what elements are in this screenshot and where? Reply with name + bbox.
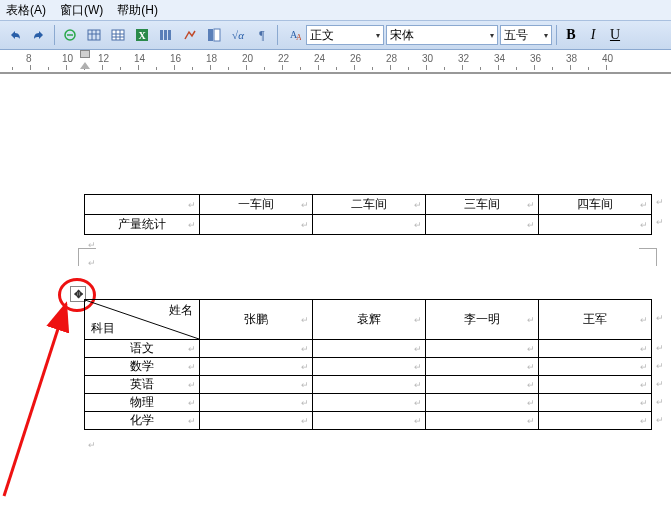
svg-text:√α: √α — [232, 29, 244, 41]
bold-button[interactable]: B — [561, 24, 581, 46]
svg-rect-9 — [214, 29, 220, 41]
table-1[interactable]: ↵ 一车间↵ 二车间↵ 三车间↵ 四车间↵ 产量统计↵ ↵↵↵↵ — [84, 194, 652, 235]
t2-c4: 王军 — [583, 312, 607, 326]
svg-rect-1 — [88, 30, 100, 40]
t2-r1: 语文 — [130, 341, 154, 355]
svg-rect-8 — [208, 29, 213, 41]
table-2-wrap: 姓名 科目 张鹏↵ 袁辉↵ 李一明↵ 王军↵ 语文↵↵↵↵↵ 数学↵↵↵↵↵ 英… — [84, 299, 652, 430]
svg-text:¶: ¶ — [259, 28, 265, 42]
menu-window[interactable]: 窗口(W) — [60, 2, 103, 19]
row-end-mark: ↵ — [656, 313, 664, 323]
underline-button[interactable]: U — [605, 24, 625, 46]
size-dropdown[interactable]: 五号▾ — [500, 25, 552, 45]
para-mark: ↵ — [88, 240, 96, 250]
t2-c1: 张鹏 — [244, 312, 268, 326]
document-page[interactable]: ↵ 一车间↵ 二车间↵ 三车间↵ 四车间↵ 产量统计↵ ↵↵↵↵ ↵ ↵ ↵ ↵… — [0, 74, 671, 506]
margin-corner-tr — [639, 248, 657, 266]
t1-h2: 二车间 — [351, 197, 387, 211]
para-mark: ↵ — [88, 440, 96, 450]
t2-r3: 英语 — [130, 377, 154, 391]
menu-table[interactable]: 表格(A) — [6, 2, 46, 19]
svg-rect-5 — [160, 30, 163, 40]
docmap-icon[interactable] — [203, 24, 225, 46]
row-end-mark: ↵ — [656, 397, 664, 407]
table-tool-icon[interactable] — [83, 24, 105, 46]
insert-table-icon[interactable] — [107, 24, 129, 46]
svg-rect-2 — [112, 30, 124, 40]
style-apply-icon[interactable]: AA — [282, 24, 304, 46]
italic-button[interactable]: I — [583, 24, 603, 46]
svg-rect-7 — [168, 30, 171, 40]
equation-icon[interactable]: √α — [227, 24, 249, 46]
excel-icon[interactable]: X — [131, 24, 153, 46]
font-dropdown[interactable]: 宋体▾ — [386, 25, 498, 45]
row-end-mark: ↵ — [656, 197, 664, 207]
t2-c3: 李一明 — [464, 312, 500, 326]
redo-icon[interactable] — [28, 24, 50, 46]
t1-h3: 三车间 — [464, 197, 500, 211]
para-mark: ↵ — [88, 258, 96, 268]
diagonal-header-cell[interactable]: 姓名 科目 — [85, 300, 200, 340]
link-icon[interactable] — [59, 24, 81, 46]
table-1-wrap: ↵ 一车间↵ 二车间↵ 三车间↵ 四车间↵ 产量统计↵ ↵↵↵↵ ↵ ↵ — [84, 194, 652, 235]
t1-h4: 四车间 — [577, 197, 613, 211]
row-end-mark: ↵ — [656, 217, 664, 227]
row-end-mark: ↵ — [656, 379, 664, 389]
toolbar: X √α ¶ AA 正文▾ 宋体▾ 五号▾ B I U — [0, 20, 671, 50]
drawing-icon[interactable] — [179, 24, 201, 46]
row-end-mark: ↵ — [656, 361, 664, 371]
menu-help[interactable]: 帮助(H) — [117, 2, 158, 19]
row-end-mark: ↵ — [656, 343, 664, 353]
menu-bar: 表格(A) 窗口(W) 帮助(H) — [0, 0, 671, 20]
t2-r2: 数学 — [130, 359, 154, 373]
t2-c2: 袁辉 — [357, 312, 381, 326]
style-dropdown[interactable]: 正文▾ — [306, 25, 384, 45]
svg-text:X: X — [138, 30, 146, 41]
t1-h1: 一车间 — [238, 197, 274, 211]
columns-icon[interactable] — [155, 24, 177, 46]
t2-r5: 化学 — [130, 413, 154, 427]
paragraph-icon[interactable]: ¶ — [251, 24, 273, 46]
first-line-indent-marker[interactable] — [80, 50, 90, 58]
undo-icon[interactable] — [4, 24, 26, 46]
annotation-arrow — [0, 290, 90, 500]
diag-top-label: 姓名 — [169, 302, 193, 319]
svg-line-15 — [4, 304, 66, 496]
diag-bot-label: 科目 — [91, 320, 115, 337]
t2-r4: 物理 — [130, 395, 154, 409]
svg-rect-6 — [164, 30, 167, 40]
table-2[interactable]: 姓名 科目 张鹏↵ 袁辉↵ 李一明↵ 王军↵ 语文↵↵↵↵↵ 数学↵↵↵↵↵ 英… — [84, 299, 652, 430]
svg-text:A: A — [296, 33, 301, 42]
hanging-indent-marker[interactable] — [80, 62, 90, 69]
ruler[interactable]: 6810121416182022242628303234363840 — [0, 50, 671, 74]
t1-r0: 产量统计 — [118, 217, 166, 231]
row-end-mark: ↵ — [656, 415, 664, 425]
